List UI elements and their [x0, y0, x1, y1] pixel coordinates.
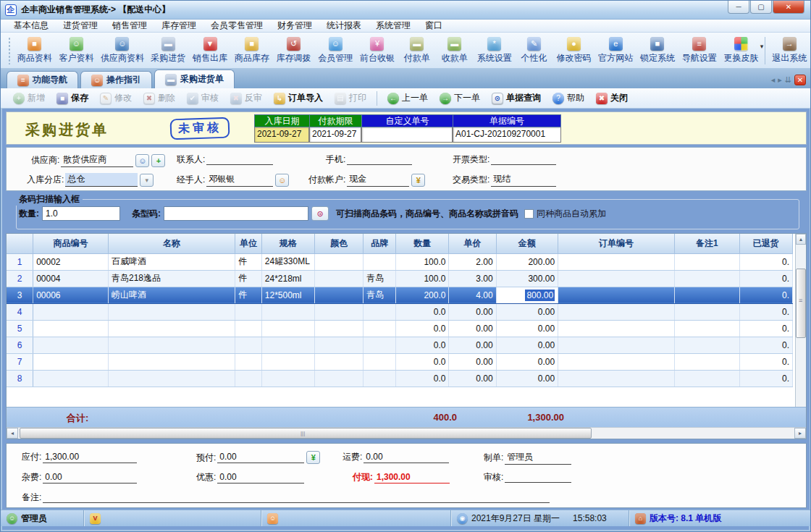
cell-qty-row6[interactable]: 0.0 [396, 337, 449, 353]
cell-code-row2[interactable]: 00004 [33, 270, 109, 287]
cell-note1-row6[interactable] [675, 337, 740, 353]
cell-note1-row8[interactable] [675, 370, 740, 387]
toolbar-goods[interactable]: ■商品资料 [14, 35, 56, 66]
toolbar-customer[interactable]: ☺客户资料 [56, 35, 98, 66]
dropdown-arrow-icon[interactable]: ▾ [760, 43, 764, 50]
custom-no-field[interactable] [361, 127, 453, 143]
col-header-order_no[interactable]: 订单编号 [558, 234, 675, 253]
horizontal-scroll-thumb[interactable] [20, 428, 592, 439]
cell-brand-row7[interactable] [364, 353, 396, 370]
cell-order_no-row6[interactable] [558, 337, 675, 353]
tab-order[interactable]: ▬采购进货单 [154, 69, 235, 88]
col-header-note1[interactable]: 备注1 [675, 234, 740, 253]
supplier-browse-button[interactable]: ☺ [135, 154, 149, 167]
close-button[interactable]: ✕ [773, 1, 804, 14]
col-header-qty[interactable]: 数量 [396, 234, 449, 253]
scroll-right-icon[interactable]: ▸ [794, 428, 806, 439]
cell-note1-row2[interactable] [675, 270, 740, 287]
cell-num-row8[interactable]: 8 [7, 370, 33, 387]
cell-num-row3[interactable]: 3 [7, 287, 33, 303]
cell-note1-row7[interactable] [675, 353, 740, 370]
vertical-scroll-thumb[interactable] [796, 269, 806, 338]
cell-color-row3[interactable] [315, 287, 364, 303]
help-button[interactable]: ?帮助 [547, 90, 589, 106]
cell-brand-row6[interactable] [364, 337, 396, 353]
cell-returned-row4[interactable]: 0. [739, 303, 792, 320]
minimize-button[interactable]: ─ [728, 1, 749, 14]
table-row-8[interactable]: 80.00.000.000. [7, 370, 793, 387]
cell-qty-row5[interactable]: 0.0 [396, 320, 449, 337]
cell-code-row4[interactable] [33, 303, 109, 320]
contact-field[interactable] [206, 154, 273, 165]
toolbar-settings[interactable]: *系统设置 [474, 35, 516, 66]
cell-amount-row7[interactable]: 0.00 [496, 353, 558, 370]
toolbar-nav-settings[interactable]: ≡导航设置 [678, 35, 720, 66]
cell-spec-row1[interactable]: 24罐330ML [261, 253, 314, 270]
cell-unit-row5[interactable] [235, 320, 262, 337]
toolbar-cashier[interactable]: ¥前台收银 [356, 35, 398, 66]
cell-returned-row2[interactable]: 0. [739, 270, 792, 287]
tab-guide[interactable]: ☺操作指引 [80, 71, 152, 88]
cell-name-row2[interactable]: 青岛218逸品 [109, 270, 235, 287]
cell-unit-row2[interactable]: 件 [235, 270, 262, 287]
cell-returned-row5[interactable]: 0. [739, 320, 792, 337]
account-select-button[interactable]: ¥ [411, 174, 425, 187]
cell-brand-row1[interactable] [364, 253, 396, 270]
col-header-brand[interactable]: 品牌 [364, 234, 396, 253]
auto-add-checkbox[interactable] [524, 209, 534, 219]
import-button[interactable]: ↳订单导入 [269, 90, 328, 106]
cell-color-row2[interactable] [315, 270, 364, 287]
cell-returned-row1[interactable]: 0. [739, 253, 792, 270]
cell-spec-row3[interactable]: 12*500ml [261, 287, 314, 303]
cell-name-row6[interactable] [109, 337, 235, 353]
cell-num-row1[interactable]: 1 [7, 253, 33, 270]
cell-qty-row8[interactable]: 0.0 [396, 370, 449, 387]
cell-name-row5[interactable] [109, 320, 235, 337]
cell-price-row8[interactable]: 0.00 [449, 370, 496, 387]
supplier-add-button[interactable]: + [151, 154, 165, 167]
cell-brand-row5[interactable] [364, 320, 396, 337]
cell-unit-row1[interactable]: 件 [235, 253, 262, 270]
cell-order_no-row7[interactable] [558, 353, 675, 370]
menu-item-8[interactable]: 系统管理 [369, 19, 418, 33]
stock-in-date-field[interactable]: 2021-09-27 [254, 127, 309, 143]
menu-item-9[interactable]: 窗口 [418, 19, 450, 33]
cell-price-row1[interactable]: 2.00 [449, 253, 496, 270]
save-button[interactable]: ■保存 [51, 90, 93, 106]
cell-order_no-row4[interactable] [558, 303, 675, 320]
account-field[interactable]: 现金 [347, 173, 409, 187]
cell-brand-row8[interactable] [364, 370, 396, 387]
toolbar-exit[interactable]: →退出系统 [768, 35, 810, 66]
cell-spec-row4[interactable] [261, 303, 314, 320]
remark-field[interactable] [43, 492, 550, 503]
cell-unit-row8[interactable] [235, 370, 262, 387]
col-header-returned[interactable]: 已退货 [739, 234, 792, 253]
cell-name-row1[interactable]: 百威啤酒 [109, 253, 235, 270]
cell-num-row7[interactable]: 7 [7, 353, 33, 370]
cell-unit-row4[interactable] [235, 303, 262, 320]
cell-brand-row2[interactable]: 青岛 [364, 270, 396, 287]
toolbar-stock[interactable]: ■商品库存 [231, 35, 273, 66]
maximize-button[interactable]: ▢ [750, 1, 772, 14]
cell-spec-row7[interactable] [261, 353, 314, 370]
cell-order_no-row2[interactable] [558, 270, 675, 287]
horizontal-scrollbar[interactable]: ◂ ▸ [7, 427, 806, 439]
table-row-2[interactable]: 200004青岛218逸品件24*218ml青岛100.03.00300.000… [7, 270, 793, 287]
pay-deadline-field[interactable]: 2021-09-27 [309, 127, 361, 143]
toolbar-receipt[interactable]: ▬收款单 [436, 35, 474, 66]
cell-code-row5[interactable] [33, 320, 109, 337]
cell-name-row3[interactable]: 崂山啤酒 [109, 287, 235, 303]
cell-unit-row6[interactable] [235, 337, 262, 353]
cell-code-row8[interactable] [33, 370, 109, 387]
cell-amount-row6[interactable]: 0.00 [496, 337, 558, 353]
cell-name-row4[interactable] [109, 303, 235, 320]
toolbar-payment[interactable]: ▬付款单 [398, 35, 436, 66]
table-row-5[interactable]: 50.00.000.000. [7, 320, 793, 337]
menu-item-4[interactable]: 库存管理 [154, 19, 203, 33]
cell-color-row4[interactable] [315, 303, 364, 320]
toolbar-transfer[interactable]: ↺库存调拨 [273, 35, 315, 66]
toolbar-member[interactable]: ☺会员管理 [314, 35, 356, 66]
tab-close-icon[interactable]: ✕ [794, 75, 806, 85]
toolbar-supplier[interactable]: ☺供应商资料 [97, 35, 147, 66]
tab-scroll-left-icon[interactable]: ◂ [771, 75, 776, 85]
